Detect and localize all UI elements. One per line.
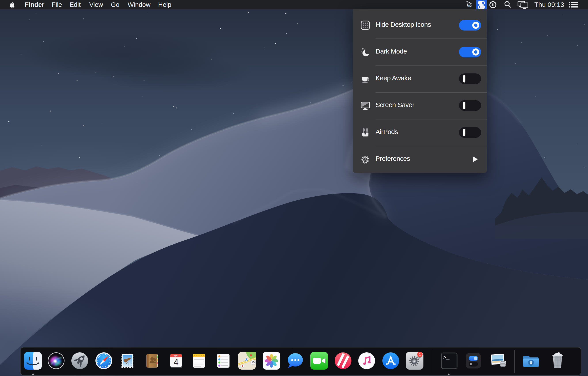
svg-text:4: 4 (174, 357, 178, 367)
svg-text:1: 1 (419, 352, 421, 357)
svg-text:3D: 3D (251, 361, 255, 364)
svg-text:APR: APR (174, 355, 178, 357)
svg-text:>_: >_ (443, 354, 450, 361)
